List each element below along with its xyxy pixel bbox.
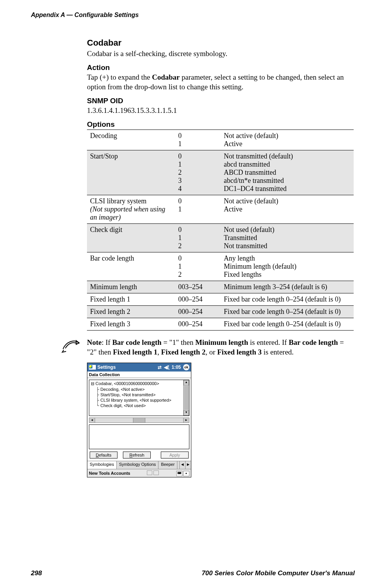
option-code-cell: 01234 — [175, 150, 221, 195]
option-code-cell: 000–254 — [175, 293, 221, 305]
action-heading: Action — [87, 63, 354, 72]
tree-item[interactable]: ├ CLSI library system, <Not supported> — [90, 397, 189, 403]
page-footer: 298 700 Series Color Mobile Computer Use… — [31, 569, 355, 577]
note-text: Note: If Bar code length = "1" then Mini… — [87, 337, 355, 357]
tab-nav: ◄ ► — [179, 461, 191, 469]
note-t7: is entered. — [262, 348, 294, 356]
vertical-scrollbar[interactable]: ▲ ▼ — [183, 380, 189, 416]
keyboard-icon[interactable]: ⌨ — [176, 471, 182, 476]
ss-title-text: Settings — [97, 365, 116, 370]
tab-beeper[interactable]: Beeper — [158, 461, 177, 469]
screenshot-wrap: Settings ⇄ ◀ξ 1:05 ok Data Collection ⊟ … — [87, 363, 354, 477]
option-desc-cell: Any lengthMinimum length (default)Fixed … — [221, 252, 354, 281]
option-desc-cell: Fixed bar code length 0–254 (default is … — [221, 318, 354, 330]
note-b3: Bar code length — [289, 338, 338, 346]
table-row: Check digit012Not used (default)Transmit… — [87, 223, 354, 252]
table-row: Bar code length012Any lengthMinimum leng… — [87, 252, 354, 281]
ok-button[interactable]: ok — [183, 364, 189, 370]
tree-item-label: Check digit, <Not used> — [100, 403, 146, 408]
note-t5: , — [157, 348, 161, 356]
option-code-cell: 000–254 — [175, 305, 221, 318]
running-header: Appendix A — Configurable Settings — [31, 12, 355, 19]
option-desc-cell: Minimum length 3–254 (default is 6) — [221, 281, 354, 293]
ss-footer: New Tools Accounts ⌨▴ — [87, 469, 191, 477]
option-name-cell: Fixed length 3 — [87, 318, 175, 330]
ss-titlebar: Settings ⇄ ◀ξ 1:05 ok — [87, 363, 191, 372]
tree-item-label: Decoding, <Not active> — [100, 387, 145, 392]
up-caret-icon[interactable]: ▴ — [183, 471, 189, 476]
manual-title: 700 Series Color Mobile Computer User's … — [202, 569, 355, 577]
running-header-text: Appendix A — Configurable Settings — [31, 12, 139, 18]
speaker-icon[interactable]: ◀ξ — [164, 365, 169, 370]
ss-tree[interactable]: ⊟ Codabar, <00001006000000000> ├ Decodin… — [89, 380, 189, 416]
table-row: CLSI library system(Not supported when u… — [87, 195, 354, 223]
option-name-cell: Check digit — [87, 223, 175, 252]
ss-menu-text[interactable]: New Tools Accounts — [89, 471, 130, 476]
note-b1: Bar code length — [112, 338, 161, 346]
ss-footer-mid-icons — [147, 470, 159, 476]
refresh-button[interactable]: Refresh — [123, 452, 151, 458]
scroll-thumb[interactable] — [184, 386, 189, 410]
tree-item[interactable]: └ Check digit, <Not used> — [90, 403, 189, 408]
table-row: Fixed length 1000–254Fixed bar code leng… — [87, 293, 354, 305]
note-b2: Minimum length — [195, 338, 248, 346]
option-code-cell: 01 — [175, 130, 221, 150]
section-intro: Codabar is a self-checking, discrete sym… — [87, 49, 354, 59]
action-bold: Codabar — [152, 73, 180, 81]
device-screenshot: Settings ⇄ ◀ξ 1:05 ok Data Collection ⊟ … — [87, 363, 191, 477]
page-number: 298 — [31, 569, 42, 577]
tree-item[interactable]: ├ Start/Stop, <Not transmitted> — [90, 392, 189, 397]
hscroll-thumb[interactable] — [133, 418, 145, 423]
ss-detail-box[interactable] — [89, 424, 189, 449]
note-b4: Fixed length 1 — [113, 348, 157, 356]
option-name-cell: Bar code length — [87, 252, 175, 281]
tree-root[interactable]: ⊟ Codabar, <00001006000000000> — [90, 381, 189, 387]
tab-nav-left-icon[interactable]: ◄ — [179, 461, 185, 469]
snmp-value: 1.3.6.1.4.1.1963.15.3.3.1.1.5.1 — [87, 106, 354, 116]
tree-item-label: Start/Stop, <Not transmitted> — [100, 392, 155, 397]
scroll-right-icon[interactable]: ► — [183, 418, 189, 423]
option-code-cell: 012 — [175, 252, 221, 281]
option-name-note: (Not supported when using an imager) — [90, 205, 165, 221]
refresh-label: efresh — [133, 453, 145, 457]
tab-symbologies[interactable]: Symbologies — [87, 461, 117, 469]
option-name-cell: Fixed length 1 — [87, 293, 175, 305]
option-name-cell: Decoding — [87, 130, 175, 150]
option-code-cell: 012 — [175, 223, 221, 252]
page: Appendix A — Configurable Settings Codab… — [0, 0, 378, 588]
scroll-up-icon[interactable]: ▲ — [184, 380, 189, 385]
ss-button-row: Defaults Refresh Apply — [87, 452, 191, 461]
action-body: Tap (+) to expand the Codabar parameter,… — [87, 72, 354, 92]
action-text-1: Tap (+) to expand the — [87, 73, 152, 81]
option-desc-cell: Fixed bar code length 0–254 (default is … — [221, 293, 354, 305]
horizontal-scrollbar[interactable]: ◄ ► — [89, 418, 189, 423]
ss-title-left: Settings — [89, 365, 116, 370]
option-name-cell: Start/Stop — [87, 150, 175, 195]
scroll-left-icon[interactable]: ◄ — [89, 418, 95, 423]
option-desc-cell: Not active (default)Active — [221, 195, 354, 223]
snmp-heading: SNMP OID — [87, 97, 354, 105]
table-row: Start/Stop01234Not transmitted (default)… — [87, 150, 354, 195]
footer-icon-2[interactable] — [153, 470, 159, 475]
option-name-cell: Minimum length — [87, 281, 175, 293]
note-icon — [61, 337, 80, 353]
defaults-button[interactable]: Defaults — [90, 452, 117, 458]
tree-root-label: Codabar, <00001006000000000> — [95, 381, 159, 386]
options-heading: Options — [87, 120, 354, 129]
footer-icon-1[interactable] — [147, 470, 152, 475]
scroll-down-icon[interactable]: ▼ — [184, 410, 189, 416]
note-b5: Fixed length 2 — [161, 348, 206, 356]
note-prefix: Note — [87, 338, 102, 346]
tab-symbology-options[interactable]: Symbology Options — [117, 461, 158, 469]
tree-item[interactable]: ├ Decoding, <Not active> — [90, 387, 189, 392]
tab-nav-right-icon[interactable]: ► — [185, 461, 191, 469]
start-flag-icon[interactable] — [89, 365, 96, 370]
note-t1: : If — [102, 338, 112, 346]
table-row: Fixed length 3000–254Fixed bar code leng… — [87, 318, 354, 330]
clock-text: 1:05 — [172, 365, 181, 370]
options-table: Decoding01Not active (default)ActiveStar… — [87, 130, 354, 331]
option-desc-cell: Not active (default)Active — [221, 130, 354, 150]
connectivity-icon[interactable]: ⇄ — [158, 365, 162, 370]
section-title: Codabar — [87, 38, 354, 48]
ss-panel-title: Data Collection — [87, 372, 191, 378]
